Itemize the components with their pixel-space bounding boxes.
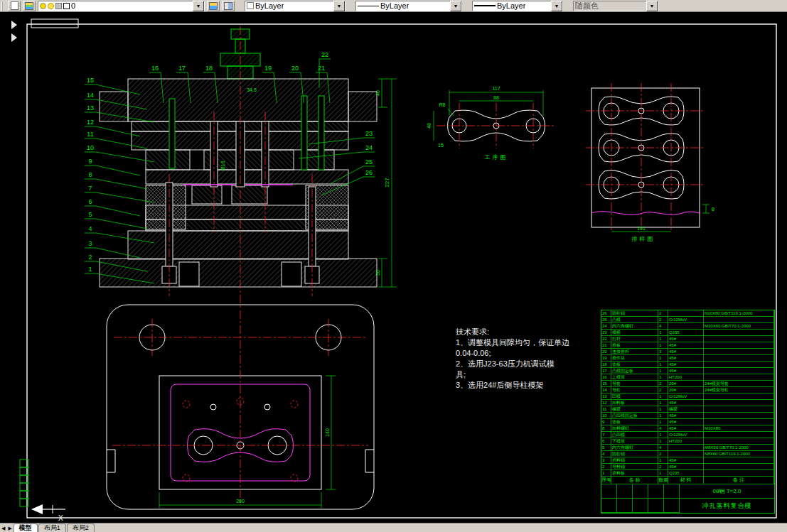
sheet-icon [11, 1, 18, 10]
bom-cell: 凸凹模 [611, 432, 658, 438]
tab-layout1[interactable]: 布局1 [38, 523, 66, 532]
plotstyle-value: 随颜色 [575, 1, 599, 11]
current-color-swatch [247, 2, 254, 9]
bom-cell: 2 [658, 310, 668, 317]
process-view: 117 88 R8 15 48 工序图 [427, 86, 556, 161]
bom-cell: 1 [601, 470, 611, 477]
bom-cell: 45# [668, 342, 704, 349]
bom-cell: 3 [658, 349, 668, 355]
bom-cell: 4 [658, 425, 668, 432]
bom-cell: 内六角螺钉 [611, 445, 658, 451]
toolbar-grip[interactable] [1, 1, 6, 11]
callout-number: 16 [151, 65, 159, 72]
bom-cell [668, 323, 704, 330]
bom-cell [704, 470, 774, 477]
bom-header-cell: 名 称 [611, 477, 658, 484]
bom-cell: 1 [658, 362, 668, 368]
layer-on-bulb-icon [40, 3, 46, 9]
color-control[interactable]: ByLayer ▼ [245, 1, 346, 11]
bom-cell: 2 [658, 317, 668, 323]
layer-dropdown-arrow-icon[interactable]: ▼ [193, 1, 204, 11]
revision-cells [601, 484, 680, 513]
tech-req-line: 具; [456, 369, 585, 380]
bom-cell: 9 [601, 419, 611, 425]
bom-cell [704, 464, 774, 470]
bom-cell: 45# [668, 419, 704, 425]
layer-states-icon [209, 2, 218, 10]
bom-cell: 凹模 [611, 393, 658, 400]
bom-cell [704, 362, 774, 368]
bom-cell: 10 [601, 413, 611, 419]
tab-nav-left-icon[interactable]: ◀ [0, 524, 6, 532]
lineweight-control[interactable]: ByLayer ▼ [472, 1, 563, 11]
drawing-canvas[interactable]: 227 40 50 Ø16 34.5 151413121110987654321… [0, 12, 787, 523]
layout-tab-bar: ◀ ▶ 模型 布局1 布局2 [0, 523, 787, 532]
layer-name-value: 0 [71, 1, 75, 10]
bom-cell: HT200 [668, 374, 704, 381]
bom-cell: 连接推杆 [611, 349, 658, 355]
bom-cell: 导柱 [611, 387, 658, 393]
bom-cell: 凸模 [611, 317, 658, 323]
dim-plan-height: 140 [325, 428, 330, 437]
linetype-control[interactable]: ByLayer ▼ [355, 1, 462, 11]
layers-dialog-button[interactable] [23, 1, 36, 11]
bom-cell: 45# [668, 413, 704, 419]
bom-cell: 45# [668, 400, 704, 406]
bom-cell: 1 [658, 470, 668, 477]
tab-model[interactable]: 模型 [14, 523, 38, 532]
callout-number: 8 [88, 171, 92, 178]
tech-req-title: 技术要求: [456, 327, 585, 337]
bom-cell: 1 [658, 393, 668, 400]
linetype-value: ByLayer [380, 1, 409, 10]
bom-cell: 20# [668, 387, 704, 393]
bom-cell: 下模座 [611, 438, 658, 445]
lineweight-dropdown-arrow-icon[interactable]: ▼ [551, 1, 562, 11]
tech-req-line: 1、调整模具间隙均匀，保证单边 [456, 337, 585, 348]
bom-cell: 1 [658, 355, 668, 362]
bom-cell: M10X80 [704, 425, 774, 432]
bom-cell: 19 [601, 355, 611, 362]
dim-punch-dia: Ø16 [220, 161, 225, 170]
assembly-section-view: 227 40 50 Ø16 34.5 [100, 26, 397, 309]
tech-req-line: 3、选用24#后侧导柱模架 [456, 380, 585, 391]
make-object-layer-current-button[interactable] [8, 1, 21, 11]
bom-cell: 圆柱销 [611, 310, 658, 317]
bom-cell: 26 [601, 310, 611, 317]
bom-cell [704, 317, 774, 323]
bom-cell: 4 [601, 451, 611, 457]
bom-cell: 1 [658, 432, 668, 438]
bom-cell: 1 [658, 400, 668, 406]
bom-cell: 45# [668, 457, 704, 464]
bom-cell: 1 [658, 330, 668, 336]
layer-previous-button[interactable] [222, 1, 235, 11]
bom-cell [704, 406, 774, 413]
bom-cell: 45# [668, 349, 704, 355]
callout-number: 3 [88, 240, 92, 247]
color-dropdown-arrow-icon[interactable]: ▼ [333, 1, 345, 11]
dim-shank: 34.5 [247, 87, 257, 92]
bom-cell: 圆柱销 [611, 451, 658, 457]
tab-layout2[interactable]: 布局2 [67, 523, 95, 532]
bom-cell: 1 [658, 406, 668, 413]
linetype-dropdown-arrow-icon[interactable]: ▼ [450, 1, 461, 11]
plan-view: 280 140 [107, 305, 374, 509]
bom-cell: 16 [601, 374, 611, 381]
bom-cell: Q235 [668, 330, 704, 336]
bom-cell: 凸凹模固定板 [611, 413, 658, 419]
bom-cell [704, 355, 774, 362]
bom-cell [704, 432, 774, 438]
bom-cell [668, 451, 704, 457]
callout-number: 9 [88, 158, 92, 165]
dim-process-height: 48 [427, 123, 432, 129]
tab-nav-right-icon[interactable]: ▶ [6, 524, 13, 532]
bom-cell [704, 349, 774, 355]
bom-cell [704, 393, 774, 400]
callout-number: 5 [88, 211, 92, 218]
layer-states-button[interactable] [207, 1, 220, 11]
layer-control[interactable]: 0 ▼ [38, 1, 205, 11]
callout-number: 12 [87, 119, 94, 126]
strip-view-label: 排样图 [632, 236, 655, 242]
dim-lower: 50 [375, 270, 380, 276]
bom-cell: 7 [601, 432, 611, 438]
dim-plan-width: 280 [236, 499, 245, 504]
